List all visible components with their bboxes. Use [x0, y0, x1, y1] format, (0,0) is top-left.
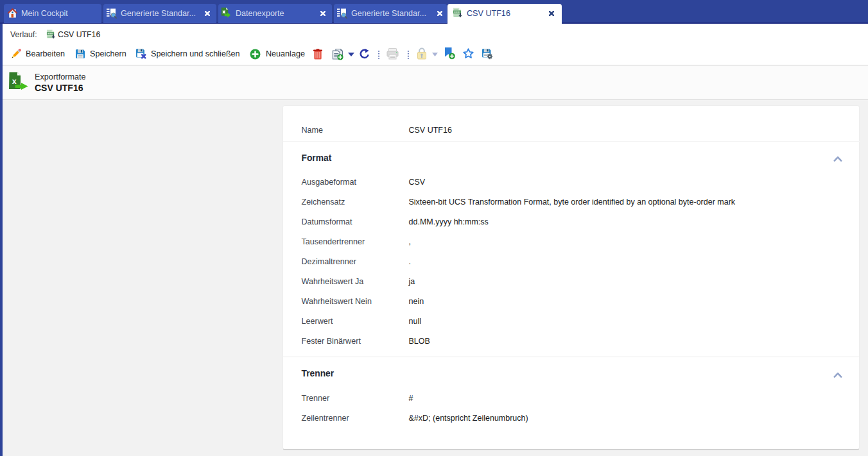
svg-text:x: x: [12, 77, 17, 86]
